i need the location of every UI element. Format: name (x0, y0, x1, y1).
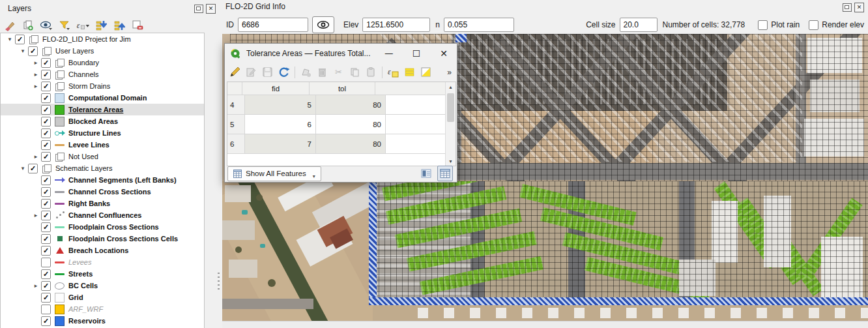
layer-item-streets[interactable]: ✓Streets (1, 268, 204, 280)
layer-visibility-checkbox[interactable]: ✓ (41, 293, 51, 303)
expander-icon[interactable]: ▸ (31, 71, 41, 78)
multi-edit-icon[interactable] (245, 66, 257, 78)
layer-visibility-checkbox[interactable] (41, 258, 51, 267)
paste-icon[interactable] (365, 66, 377, 78)
table-scrollbar[interactable]: ▲ ▼ (445, 82, 456, 166)
layer-item-bc-cells[interactable]: ▸✓BC Cells (1, 280, 204, 291)
cell-size-input[interactable] (620, 18, 658, 32)
layer-visibility-checkbox[interactable]: ✓ (41, 246, 51, 256)
cut-icon[interactable]: ✂ (332, 66, 345, 78)
minimize-icon[interactable]: — (385, 50, 393, 57)
layer-item-levee-lines[interactable]: ✓Levee Lines (1, 139, 204, 151)
add-feature-icon[interactable] (300, 66, 312, 78)
form-view-button[interactable] (419, 166, 433, 181)
column-header-tol[interactable]: tol (310, 82, 375, 95)
layer-group-storm-drains[interactable]: ▸✓Storm Drains (1, 80, 204, 92)
layer-visibility-checkbox[interactable]: ✓ (41, 140, 51, 150)
layer-item-floodplain-cross-sections[interactable]: ✓Floodplain Cross Sections (1, 221, 204, 233)
layer-visibility-checkbox[interactable]: ✓ (41, 70, 51, 80)
layer-item-structure-lines[interactable]: ✓Structure Lines (1, 127, 204, 139)
layer-visibility-checkbox[interactable]: ✓ (28, 46, 38, 56)
row-header[interactable]: 6 (227, 134, 245, 154)
table-row[interactable]: 5680 (227, 115, 456, 134)
layer-visibility-checkbox[interactable]: ✓ (41, 105, 51, 115)
cell-tol[interactable]: 80 (316, 95, 386, 115)
layer-item-right-banks[interactable]: ✓Right Banks (1, 198, 204, 209)
feature-filter-button[interactable]: Show All Features ▾ (227, 166, 321, 181)
layer-item-blocked-areas[interactable]: ✓Blocked Areas (1, 115, 204, 127)
elev-input[interactable] (362, 18, 430, 32)
layer-group-boundary[interactable]: ▸✓Boundary (1, 57, 204, 68)
layer-group-not-used[interactable]: ▸✓Not Used (1, 151, 204, 162)
undock-panel-icon[interactable] (843, 3, 852, 12)
panel-splitter-handle[interactable] (218, 273, 220, 290)
layer-item-computational-domain[interactable]: ✓Computational Domain (1, 92, 204, 104)
invert-selection-icon[interactable] (420, 66, 432, 78)
layer-visibility-checkbox[interactable]: ✓ (41, 211, 51, 220)
row-header[interactable]: 5 (227, 115, 245, 134)
layer-group-schematic-layers[interactable]: ▾✓Schematic Layers (1, 162, 204, 174)
table-row[interactable]: 4580 (227, 95, 456, 115)
layer-visibility-checkbox[interactable]: ✓ (41, 281, 51, 291)
expander-icon[interactable]: ▾ (18, 165, 28, 171)
layer-visibility-checkbox[interactable]: ✓ (41, 269, 51, 279)
layer-visibility-checkbox[interactable]: ✓ (41, 117, 51, 127)
layer-group-user-layers[interactable]: ▾✓User Layers (1, 45, 204, 57)
toggle-editing-icon[interactable] (229, 66, 241, 78)
toolbar-overflow-icon[interactable]: » (447, 68, 453, 77)
layer-visibility-checkbox[interactable]: ✓ (41, 58, 51, 68)
eye-button[interactable] (312, 16, 334, 33)
row-header[interactable]: 4 (227, 95, 245, 115)
reload-table-icon[interactable] (278, 66, 290, 78)
expander-icon[interactable]: ▸ (31, 59, 41, 66)
layer-item-channel-cross-sections[interactable]: ✓Channel Cross Sections (1, 186, 204, 198)
collapse-all-icon[interactable] (112, 18, 126, 33)
scrollbar-thumb[interactable] (447, 93, 454, 122)
render-elev-checkbox[interactable] (809, 20, 818, 30)
close-panel-icon[interactable]: ✕ (854, 3, 864, 12)
expander-icon[interactable]: ▸ (31, 83, 41, 89)
layer-visibility-checkbox[interactable]: ✓ (41, 82, 51, 91)
n-input[interactable] (444, 18, 514, 32)
expand-all-icon[interactable] (94, 18, 108, 33)
select-by-expression-icon[interactable]: ε (387, 66, 399, 78)
layer-visibility-checkbox[interactable]: ✓ (41, 93, 51, 103)
column-header-fid[interactable]: fid (242, 82, 310, 95)
filter-by-expression-icon[interactable]: ε (76, 18, 90, 33)
layer-item-channel-confluences[interactable]: ▸✓Channel Confluences (1, 209, 204, 221)
layer-visibility-checkbox[interactable]: ✓ (41, 152, 51, 162)
layer-visibility-checkbox[interactable]: ✓ (41, 222, 51, 232)
layer-visibility-checkbox[interactable]: ✓ (41, 187, 51, 197)
manage-map-themes-icon[interactable] (39, 18, 53, 33)
layer-item-floodplain-cross-sections-cells[interactable]: ✓Floodplain Cross Sections Cells (1, 233, 204, 245)
layer-group-channels[interactable]: ▸✓Channels (1, 68, 204, 80)
dialog-titlebar[interactable]: Tolerance Areas — Features Total... — ☐ … (225, 44, 457, 63)
layer-visibility-checkbox[interactable] (41, 305, 51, 314)
layer-item-tolerance-areas[interactable]: ✓Tolerance Areas (1, 104, 204, 115)
save-edits-icon[interactable] (261, 66, 274, 78)
layer-item-grid[interactable]: ✓Grid (1, 291, 204, 303)
select-all-icon[interactable] (403, 66, 416, 78)
add-group-icon[interactable] (21, 18, 35, 33)
maximize-icon[interactable]: ☐ (412, 49, 421, 58)
table-row[interactable]: 6780 (227, 134, 456, 154)
id-input[interactable] (238, 18, 308, 32)
delete-selected-icon[interactable] (316, 66, 328, 78)
expander-icon[interactable]: ▸ (31, 282, 41, 289)
cell-tol[interactable]: 80 (316, 134, 386, 154)
cell-fid[interactable]: 7 (245, 134, 316, 154)
scroll-up-icon[interactable]: ▲ (446, 82, 456, 91)
cell-fid[interactable]: 6 (245, 115, 316, 134)
layer-group-flo-2d-lid-project-for-jim[interactable]: ▾✓FLO-2D_LID Project for Jim (1, 33, 204, 45)
cell-fid[interactable]: 5 (245, 95, 316, 115)
plot-rain-checkbox[interactable] (758, 20, 768, 30)
layer-visibility-checkbox[interactable]: ✓ (41, 234, 51, 244)
scroll-down-icon[interactable]: ▼ (446, 157, 456, 166)
layer-visibility-checkbox[interactable]: ✓ (28, 164, 38, 173)
expander-icon[interactable]: ▸ (31, 212, 41, 218)
layer-visibility-checkbox[interactable]: ✓ (41, 175, 51, 185)
layer-item-breach-locations[interactable]: ✓Breach Locations (1, 245, 204, 256)
open-layer-styling-icon[interactable] (3, 18, 17, 33)
layer-visibility-checkbox[interactable]: ✓ (15, 35, 25, 44)
layer-item-arf-wrf[interactable]: ARF_WRF (1, 303, 204, 315)
